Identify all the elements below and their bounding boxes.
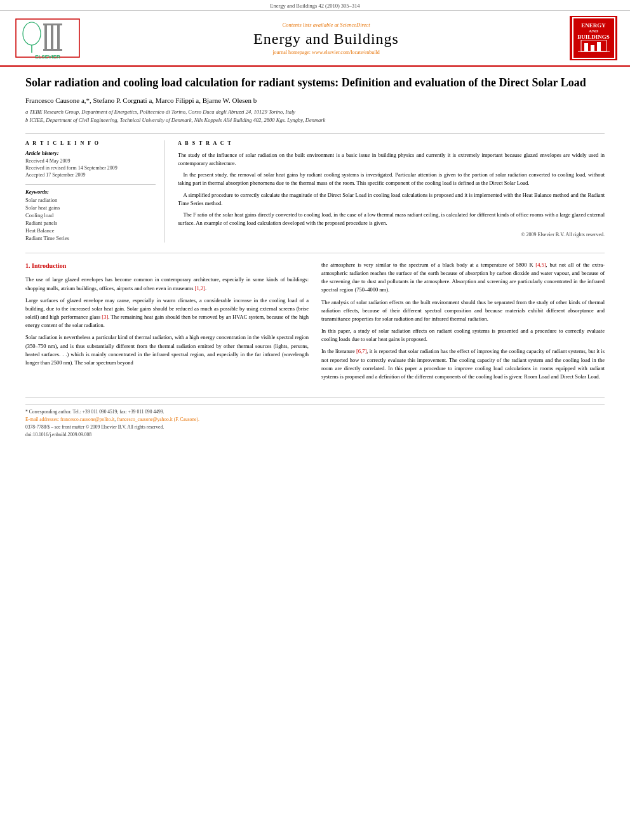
abstract-para-2: In the present study, the removal of sol… [178,171,605,187]
email-suffix: (F. Causone). [174,417,199,422]
keyword-3: Cooling load [25,212,156,218]
logo-and: AND [589,29,598,34]
body-divider [25,253,605,253]
body-para-1: The use of large glazed envelopes has be… [25,276,309,292]
article-history-label: Article history: [25,150,156,156]
sciencedirect-label: Contents lists available at [282,22,338,28]
svg-rect-12 [597,42,601,51]
abstract-para-3: A simplified procedure to correctly calc… [178,191,605,208]
svg-rect-10 [584,43,588,51]
section1-heading: 1. Introduction [25,261,309,271]
footnote-issn: 0378-7788/$ – see front matter © 2009 El… [25,424,605,430]
logo-buildings: BUILDINGS [577,34,610,40]
energy-buildings-logo: ENERGY AND BUILDINGS [570,16,617,60]
revised-date: Received in revised form 14 September 20… [25,165,156,171]
footnote-corresponding: * Corresponding author. Tel.: +39 011 09… [25,409,605,415]
copyright-notice: © 2009 Elsevier B.V. All rights reserved… [178,231,605,239]
body-para-r1: the atmosphere is very similar to the sp… [321,261,605,295]
sciencedirect-name: ScienceDirect [340,22,370,28]
body-columns: 1. Introduction The use of large glazed … [25,261,605,385]
svg-rect-5 [57,25,60,51]
abstract-title: A B S T R A C T [178,140,605,146]
journal-center-info: Contents lists available at ScienceDirec… [83,22,570,55]
body-para-r4: In the literature [6,7], it is reported … [321,347,605,381]
keywords-section: Keywords: Solar radiation Solar heat gai… [25,184,156,241]
svg-text:ELSEVIER: ELSEVIER [35,54,60,60]
footnote-email: E-mail addresses: francesco.causone@poli… [25,417,605,422]
body-para-2: Large surfaces of glazed envelope may ca… [25,297,309,330]
keyword-1: Solar radiation [25,197,156,203]
journal-citation: Energy and Buildings 42 (2010) 305–314 [270,3,359,9]
main-content: Solar radiation and cooling load calcula… [0,67,630,448]
keyword-2: Solar heat gains [25,204,156,211]
email2: francesco_causone@yahoo.it [117,417,173,422]
body-para-r3: In this paper, a study of solar radiatio… [321,327,605,343]
journal-homepage: journal homepage: www.elsevier.com/locat… [83,50,570,55]
keyword-5: Heat Balance [25,227,156,234]
svg-rect-11 [591,45,594,51]
keywords-label: Keywords: [25,189,156,195]
affiliations: a TEBE Research Group, Department of Ene… [25,108,605,124]
authors-line: Francesco Causone a,*, Stefano P. Corgna… [25,97,605,104]
keyword-4: Radiant panels [25,220,156,226]
body-para-3: Solar radiation is nevertheless a partic… [25,333,309,367]
body-para-r2: The analysis of solar radiation effects … [321,298,605,324]
article-footer: * Corresponding author. Tel.: +39 011 09… [25,397,605,437]
sciencedirect-info: Contents lists available at ScienceDirec… [83,22,570,28]
abstract-para-4: The F ratio of the solar heat gains dire… [178,211,605,227]
email-label: E-mail addresses: [25,417,59,422]
logo-energy: ENERGY [581,22,606,29]
article-info-panel: A R T I C L E I N F O Article history: R… [25,140,165,243]
svg-point-1 [23,22,41,45]
affiliation-b: b ICIEE, Department of Civil Engineering… [25,116,605,124]
received-date: Received 4 May 2009 [25,158,156,164]
svg-rect-6 [43,49,62,51]
journal-title: Energy and Buildings [83,30,570,48]
footnote-doi: doi:10.1016/j.enbuild.2009.09.008 [25,432,605,437]
accepted-date: Accepted 17 September 2009 [25,172,156,178]
email1: francesco.causone@polito.it [60,417,114,422]
svg-rect-4 [51,25,53,51]
abstract-panel: A B S T R A C T The study of the influen… [178,140,605,243]
abstract-para-1: The study of the influence of solar radi… [178,151,605,168]
article-title: Solar radiation and cooling load calcula… [25,76,605,90]
body-col-right: the atmosphere is very similar to the sp… [321,261,605,385]
svg-rect-7 [43,23,62,25]
elsevier-logo: ELSEVIER [13,16,83,60]
info-abstract-section: A R T I C L E I N F O Article history: R… [25,133,605,243]
keyword-6: Radiant Time Series [25,235,156,241]
authors-text: Francesco Causone a,*, Stefano P. Corgna… [25,97,257,104]
journal-header: ELSEVIER Contents lists available at Sci… [0,11,630,67]
abstract-body: The study of the influence of solar radi… [178,151,605,239]
article-info-title: A R T I C L E I N F O [25,140,156,146]
svg-rect-3 [44,25,47,51]
affiliation-a: a TEBE Research Group, Department of Ene… [25,108,605,116]
body-col-left: 1. Introduction The use of large glazed … [25,261,309,385]
homepage-label: journal homepage: www.elsevier.com/locat… [272,50,379,55]
journal-citation-bar: Energy and Buildings 42 (2010) 305–314 [0,0,630,11]
